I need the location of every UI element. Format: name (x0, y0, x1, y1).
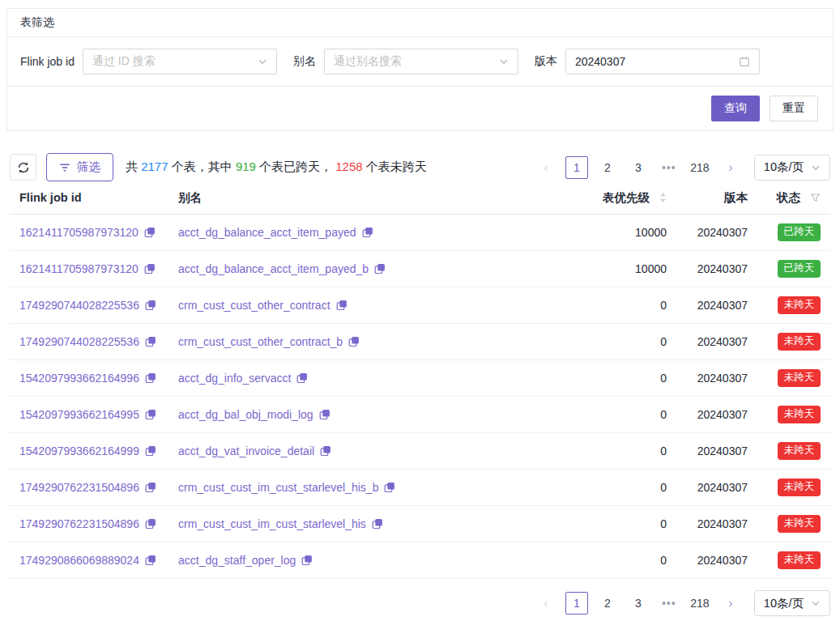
copy-icon[interactable] (319, 409, 330, 420)
copy-icon[interactable] (374, 263, 386, 274)
page-last-button[interactable]: 218 (689, 592, 711, 615)
version-date-input[interactable]: 20240307 (565, 49, 760, 74)
stats-text: 个表已跨天， (256, 160, 335, 173)
table-toolbar: 筛选 共 2177 个表，其中 919 个表已跨天， 1258 个表未跨天 ‹ … (10, 153, 830, 181)
alias-link[interactable]: crm_cust_cust_im_cust_starlevel_his (178, 517, 383, 530)
copy-icon[interactable] (145, 372, 156, 384)
page-2-button[interactable]: 2 (596, 156, 619, 179)
stats-text: 个表未跨天 (363, 160, 427, 173)
table-row: 1749290744028225536 crm_cust_cust_other_… (10, 324, 830, 360)
filter-toggle-button[interactable]: 筛选 (46, 153, 113, 181)
alias-link[interactable]: acct_dg_staff_oper_log (178, 554, 313, 567)
page-3-button[interactable]: 3 (627, 156, 650, 179)
page-size-select[interactable]: 10条/页 (754, 590, 830, 616)
alias-link[interactable]: crm_cust_cust_im_cust_starlevel_his_b (178, 481, 395, 494)
status-badge: 未跨天 (778, 296, 821, 314)
page-last-button[interactable]: 218 (689, 156, 711, 179)
table-row: 1749290866069889024 acct_dg_staff_oper_l… (10, 542, 830, 579)
page-1-button[interactable]: 1 (565, 592, 588, 615)
job-id-link[interactable]: 1749290762231504896 (19, 481, 156, 494)
job-id-text: 1621411705987973120 (19, 262, 139, 275)
job-id-link[interactable]: 1749290866069889024 (19, 554, 156, 567)
status-cell: 未跨天 (748, 515, 821, 533)
prev-page-button[interactable]: ‹ (535, 156, 557, 179)
copy-icon[interactable] (348, 336, 360, 347)
copy-icon[interactable] (145, 336, 156, 347)
copy-icon[interactable] (144, 227, 156, 238)
col-header-status[interactable]: 状态 (748, 190, 821, 206)
alias-text: crm_cust_cust_im_cust_starlevel_his_b (178, 481, 378, 494)
version-value: 20240307 (575, 55, 739, 68)
copy-icon[interactable] (296, 372, 308, 384)
version-label: 版本 (535, 54, 557, 69)
alias-select[interactable]: 通过别名搜索 (324, 49, 518, 74)
copy-icon[interactable] (362, 227, 373, 238)
alias-link[interactable]: acct_dg_info_servacct (178, 372, 308, 385)
alias-link[interactable]: acct_dg_balance_acct_item_payed (178, 226, 373, 239)
filter-actions: 查询 重置 (7, 87, 833, 130)
stats-total: 2177 (141, 160, 168, 173)
table-row: 1621411705987973120 acct_dg_balance_acct… (10, 251, 830, 287)
reset-button[interactable]: 重置 (770, 96, 818, 121)
job-id-link[interactable]: 1542097993662164995 (19, 408, 156, 421)
priority-cell: 0 (545, 335, 667, 348)
status-cell: 未跨天 (748, 296, 821, 314)
page-2-button[interactable]: 2 (596, 592, 619, 615)
job-id-link[interactable]: 1542097993662164999 (19, 444, 156, 457)
copy-icon[interactable] (144, 263, 156, 274)
job-id-link[interactable]: 1542097993662164996 (19, 372, 156, 385)
copy-icon[interactable] (145, 518, 156, 530)
copy-icon[interactable] (145, 300, 156, 311)
refresh-button[interactable] (10, 154, 36, 181)
alias-link[interactable]: crm_cust_cust_other_contract (178, 299, 348, 312)
copy-icon[interactable] (145, 445, 156, 457)
filter-card-title: 表筛选 (7, 9, 833, 37)
alias-cell: acct_dg_bal_obj_modi_log (178, 408, 545, 421)
table-row: 1621411705987973120 acct_dg_balance_acct… (10, 215, 830, 251)
alias-link[interactable]: crm_cust_cust_other_contract_b (178, 335, 360, 348)
status-badge: 未跨天 (778, 479, 821, 496)
chevron-down-icon (258, 57, 267, 66)
copy-icon[interactable] (145, 409, 156, 420)
copy-icon[interactable] (301, 555, 313, 566)
query-button[interactable]: 查询 (711, 96, 760, 121)
page-3-button[interactable]: 3 (627, 592, 650, 615)
copy-icon[interactable] (384, 482, 395, 493)
version-cell: 20240307 (667, 517, 748, 530)
job-id-select[interactable]: 通过 ID 搜索 (83, 49, 277, 74)
page-size-select[interactable]: 10条/页 (754, 155, 830, 181)
job-id-link[interactable]: 1621411705987973120 (19, 262, 156, 275)
alias-link[interactable]: acct_dg_vat_invoice_detail (178, 444, 331, 457)
job-id-cell: 1749290866069889024 (19, 554, 178, 567)
alias-link[interactable]: acct_dg_bal_obj_modi_log (178, 408, 330, 421)
copy-icon[interactable] (320, 445, 331, 457)
job-id-text: 1749290744028225536 (19, 335, 139, 348)
copy-icon[interactable] (145, 555, 156, 566)
job-id-link[interactable]: 1749290744028225536 (19, 299, 156, 312)
copy-icon[interactable] (145, 482, 156, 493)
table-header: Flink job id 别名 表优先级 版本 状态 (10, 181, 830, 215)
status-cell: 已跨天 (748, 223, 821, 241)
next-page-button[interactable]: › (719, 156, 742, 179)
job-id-link[interactable]: 1621411705987973120 (19, 226, 156, 239)
page-1-button[interactable]: 1 (565, 156, 588, 179)
sorter-icon[interactable] (659, 192, 667, 203)
alias-cell: crm_cust_cust_im_cust_starlevel_his (178, 517, 545, 530)
job-id-link[interactable]: 1749290744028225536 (19, 335, 156, 348)
table-row: 1749290762231504896 crm_cust_cust_im_cus… (10, 470, 830, 506)
alias-link[interactable]: acct_dg_balance_acct_item_payed_b (178, 262, 386, 275)
job-id-link[interactable]: 1749290762231504896 (19, 517, 156, 530)
prev-page-button[interactable]: ‹ (535, 592, 557, 615)
pagination-bottom: ‹ 1 2 3 ••• 218 › 10条/页 (531, 590, 830, 616)
col-header-job-id: Flink job id (19, 191, 178, 204)
copy-icon[interactable] (336, 300, 348, 311)
filter-form: Flink job id 通过 ID 搜索 别名 通过别名搜索 版本 20240… (7, 37, 833, 87)
chevron-down-icon (499, 57, 509, 66)
alias-text: acct_dg_staff_oper_log (178, 554, 296, 567)
priority-cell: 10000 (545, 262, 667, 275)
data-table: Flink job id 别名 表优先级 版本 状态 1621411705987… (10, 181, 830, 579)
next-page-button[interactable]: › (719, 592, 742, 615)
copy-icon[interactable] (372, 518, 383, 530)
col-header-priority[interactable]: 表优先级 (545, 190, 667, 206)
column-filter-icon[interactable] (810, 193, 821, 203)
